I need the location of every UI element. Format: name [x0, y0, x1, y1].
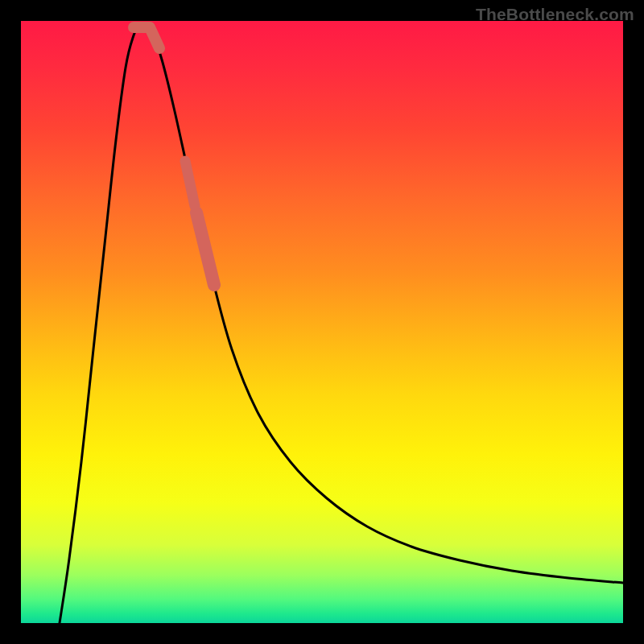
watermark-text: TheBottleneck.com	[476, 5, 634, 24]
series-container	[60, 23, 623, 623]
series-highlight-segment-upper	[196, 213, 214, 285]
outer-frame: TheBottleneck.com	[0, 0, 644, 644]
series-highlight-bottom-mark	[134, 27, 159, 48]
series-highlight-segment-lower	[185, 161, 195, 206]
series-bottleneck-curve	[60, 23, 623, 623]
chart-svg	[21, 21, 623, 623]
plot-area	[21, 21, 623, 623]
